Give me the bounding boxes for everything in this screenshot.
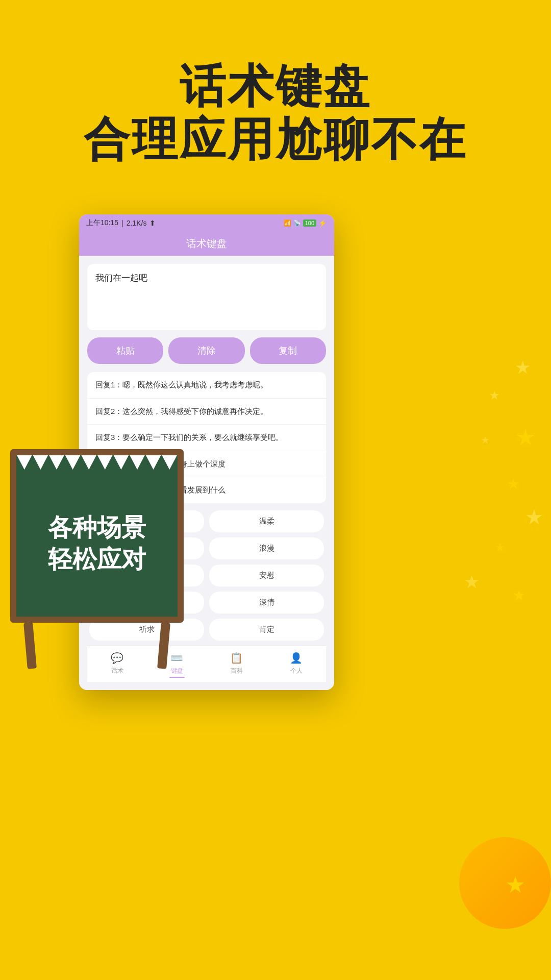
blackboard-legs <box>10 623 184 669</box>
category-btn-kending[interactable]: 肯定 <box>209 619 324 641</box>
signal-icon: 📶 <box>284 219 291 227</box>
category-btn-anwei[interactable]: 安慰 <box>209 565 324 586</box>
reply-item-1[interactable]: 回复1：嗯，既然你这么认真地说，我考虑考虑呢。 <box>87 372 326 399</box>
hero-title-line1: 话术键盘 <box>0 61 551 112</box>
hero-title-line2: 合理应用尬聊不在 <box>0 112 551 167</box>
category-btn-wenrou[interactable]: 温柔 <box>209 510 324 532</box>
action-buttons: 粘贴 清除 复制 <box>87 337 326 364</box>
nav-active-indicator <box>169 677 185 678</box>
charging-icon: ⚡ <box>318 219 327 227</box>
blackboard-line2: 轻松应对 <box>48 546 146 573</box>
nav-label-baike: 百科 <box>231 667 243 675</box>
copy-button[interactable]: 复制 <box>250 337 326 364</box>
blackboard-leg-right <box>157 622 170 669</box>
status-time: 上午10:15 <box>86 218 118 228</box>
geren-icon: 👤 <box>290 651 303 665</box>
category-btn-shenqing[interactable]: 深情 <box>209 592 324 614</box>
category-btn-langman[interactable]: 浪漫 <box>209 537 324 559</box>
app-title: 话术键盘 <box>186 238 227 249</box>
blackboard-leg-left <box>23 622 37 669</box>
paste-button[interactable]: 粘贴 <box>87 337 163 364</box>
status-speed: | <box>121 219 123 227</box>
nav-label-geren: 个人 <box>290 667 303 675</box>
status-bar: 上午10:15 | 2.1K/s ⬆ 📶 📡 100 ⚡ <box>79 214 334 232</box>
nav-item-baike[interactable]: 📋 百科 <box>207 646 266 682</box>
text-input-display[interactable]: 我们在一起吧 <box>87 264 326 330</box>
input-text: 我们在一起吧 <box>95 273 147 283</box>
app-titlebar: 话术键盘 <box>79 232 334 256</box>
blackboard-line1: 各种场景 <box>48 514 146 541</box>
status-left: 上午10:15 | 2.1K/s ⬆ <box>86 218 156 228</box>
upload-icon: ⬆ <box>149 219 156 227</box>
reply-item-2[interactable]: 回复2：这么突然，我得感受下你的诚意再作决定。 <box>87 399 326 425</box>
status-network-speed: 2.1K/s <box>127 219 147 227</box>
blackboard-text: 各种场景 轻松应对 <box>43 492 151 581</box>
blackboard-frame: 各种场景 轻松应对 <box>10 449 184 623</box>
baike-icon: 📋 <box>230 651 243 665</box>
wifi-icon: 📡 <box>293 219 301 227</box>
hero-section: 话术键盘 合理应用尬聊不在 <box>0 61 551 167</box>
blackboard-prop: 各种场景 轻松应对 <box>10 449 184 664</box>
nav-item-geren[interactable]: 👤 个人 <box>266 646 326 682</box>
clear-button[interactable]: 清除 <box>168 337 244 364</box>
reply-item-3[interactable]: 回复3：要么确定一下我们的关系，要么就继续享受吧。 <box>87 425 326 451</box>
status-right: 📶 📡 100 ⚡ <box>284 219 327 227</box>
battery-icon: 100 <box>303 219 316 227</box>
